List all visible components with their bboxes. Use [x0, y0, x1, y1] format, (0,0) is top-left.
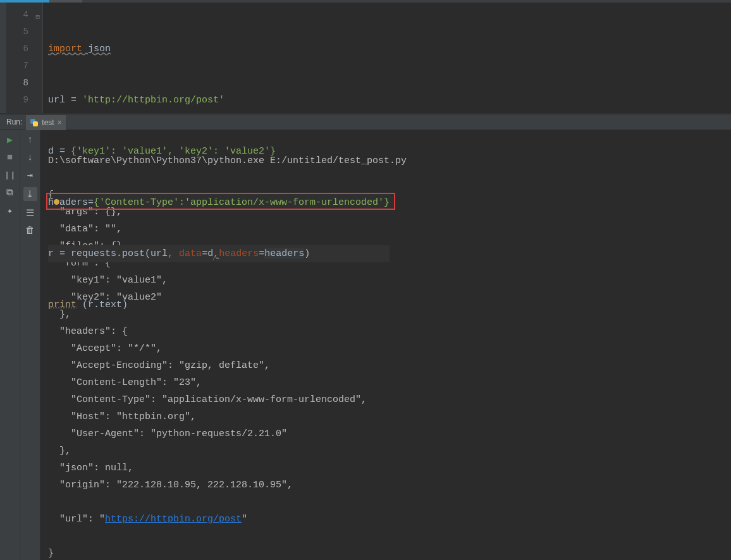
dict-literal: {'Content-Type':'application/x-www-form-…	[94, 197, 390, 208]
keyword: import	[48, 44, 82, 54]
line-number: 6	[6, 40, 28, 58]
builtin-call: print	[48, 300, 77, 310]
code-line[interactable]: d = {'key1': 'value1', 'key2': 'value2'}	[48, 143, 390, 160]
up-arrow-icon[interactable]: ↑	[25, 134, 36, 145]
code-line[interactable]: print (r.text)	[48, 296, 390, 313]
code-area[interactable]: import json url = 'http://httpbin.org/po…	[43, 3, 390, 113]
arg: d	[207, 248, 213, 259]
operator: =	[202, 248, 207, 259]
line-number: 7	[6, 58, 28, 75]
line-number: 8	[6, 75, 28, 92]
console-line: "User-Agent": "python-requests/2.21.0"	[48, 425, 407, 442]
variable: aders	[59, 197, 88, 208]
text: "url": "	[48, 514, 105, 525]
operator: =	[88, 197, 94, 208]
variable: h	[48, 197, 54, 208]
layout-icon[interactable]: ⧉	[4, 187, 16, 198]
comma: ,	[213, 248, 219, 259]
line-number: 9	[6, 92, 28, 109]
console-line: "Accept-Encoding": "gzip, deflate",	[48, 357, 407, 374]
console-line: },	[48, 442, 407, 460]
console-line: }	[48, 545, 407, 560]
pin-icon[interactable]: ✦	[4, 205, 16, 216]
code-line[interactable]: url = 'http://httpbin.org/post'	[48, 92, 390, 109]
comma: ,	[168, 248, 179, 259]
console-toolbar-left: ▶ ■ ❙❙ ⧉ ✦	[0, 130, 20, 560]
gutter-strip	[0, 3, 6, 113]
down-arrow-icon[interactable]: ↓	[25, 152, 36, 163]
rerun-icon[interactable]: ▶	[4, 134, 16, 145]
paren: )	[304, 248, 310, 259]
operator: =	[54, 146, 71, 157]
console-line: "origin": "222.128.10.95, 222.128.10.95"…	[48, 477, 407, 494]
pause-icon[interactable]: ❙❙	[4, 169, 16, 181]
run-label: Run:	[6, 118, 22, 126]
soft-wrap-icon[interactable]: ⇥	[25, 169, 36, 181]
code-line[interactable]: import json	[48, 40, 390, 58]
variable: d	[48, 146, 54, 157]
operator: =	[65, 95, 82, 106]
line-number: 4	[6, 6, 28, 23]
line-number-gutter: ⊟ 4 5 6 7 8 9	[6, 3, 43, 113]
module-name	[82, 44, 88, 54]
kwarg: headers	[219, 248, 259, 259]
call: requests.post	[71, 248, 145, 259]
python-icon	[30, 118, 39, 127]
clear-all-icon[interactable]: 🗑	[25, 225, 36, 236]
console-line: "Host": "httpbin.org",	[48, 408, 407, 425]
operator: =	[54, 248, 71, 259]
code-line[interactable]: r = requests.post(url, data=d,headers=he…	[48, 245, 390, 262]
variable: url	[48, 95, 65, 106]
console-line: "json": null,	[48, 460, 407, 477]
kwarg: data	[179, 248, 202, 259]
arg: r.text	[88, 300, 122, 310]
space	[77, 300, 82, 310]
paren: )	[122, 300, 128, 310]
line-number: 5	[6, 23, 28, 40]
module-name: json	[88, 44, 111, 54]
operator: =	[259, 248, 264, 259]
console-toolbar-secondary: ↑ ↓ ⇥ ⤓ ☰ 🗑	[20, 130, 40, 560]
fold-marker-icon[interactable]: ⊟	[35, 9, 40, 26]
arg: url	[150, 248, 168, 259]
console-line: "url": "https://httpbin.org/post"	[48, 511, 407, 528]
breakpoint-indicator-icon[interactable]	[54, 199, 59, 205]
stop-icon[interactable]: ■	[4, 152, 16, 163]
variable: r	[48, 248, 54, 259]
paren: (	[82, 300, 88, 310]
console-line: "Content-Length": "23",	[48, 374, 407, 391]
scroll-to-end-icon[interactable]: ⤓	[23, 187, 37, 201]
console-line: "Content-Type": "application/x-www-form-…	[48, 391, 407, 408]
url-link[interactable]: https://httpbin.org/post	[105, 514, 242, 525]
arg: headers	[264, 248, 304, 259]
print-icon[interactable]: ☰	[25, 207, 36, 219]
code-editor[interactable]: ⊟ 4 5 6 7 8 9 import json url = 'http://…	[0, 3, 731, 114]
paren: (	[145, 248, 150, 259]
string-literal: 'http://httpbin.org/post'	[82, 95, 224, 106]
text: "	[242, 514, 247, 525]
dict-literal: {'key1': 'value1', 'key2': 'value2'}	[71, 146, 276, 157]
code-line[interactable]: haders={'Content-Type':'application/x-ww…	[48, 194, 390, 211]
